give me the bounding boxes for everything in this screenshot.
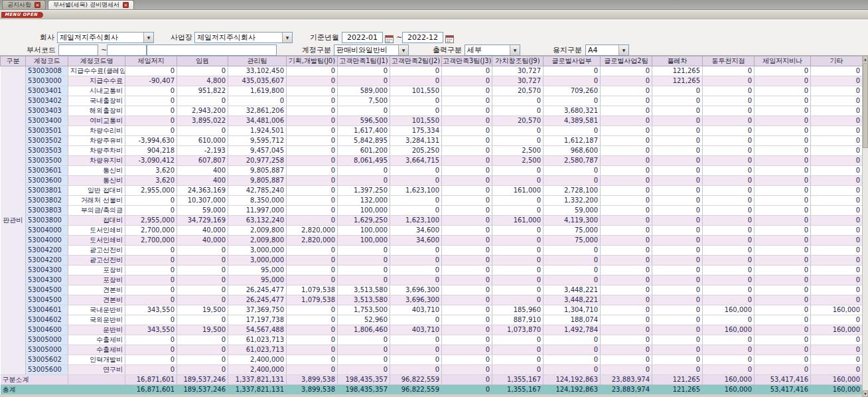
amount-cell[interactable]: 0 [442,285,492,295]
column-header[interactable]: 동두천지점 [703,56,755,66]
amount-cell[interactable]: 0 [390,246,442,256]
amount-cell[interactable]: 0 [601,96,652,106]
amount-cell[interactable]: 2,955,000 [125,186,177,196]
amount-cell[interactable]: 0 [601,315,652,325]
amount-cell[interactable]: 0 [543,96,601,106]
account-code[interactable]: 53005600 [26,365,68,375]
amount-cell[interactable]: 0 [652,305,703,315]
table-row[interactable]: 53005000수출제비0061,023,71300000000000 [1,335,863,345]
amount-cell[interactable]: 0 [125,106,177,116]
account-name[interactable]: 견본비 [68,295,125,305]
amount-cell[interactable]: 1,806,460 [338,325,390,335]
amount-cell[interactable]: 0 [287,106,338,116]
column-header[interactable]: 계정코드명 [68,56,125,66]
amount-cell[interactable]: 4,119,300 [543,216,601,226]
amount-cell[interactable]: 0 [755,345,811,355]
amount-cell[interactable]: 0 [125,66,177,76]
amount-cell[interactable]: 0 [652,345,703,355]
amount-cell[interactable]: 0 [442,345,492,355]
amount-cell[interactable]: 0 [287,176,338,186]
amount-cell[interactable]: 0 [652,126,703,136]
amount-cell[interactable]: 0 [755,335,811,345]
amount-cell[interactable]: 160,000 [811,385,863,395]
amount-cell[interactable]: 0 [492,236,543,246]
amount-cell[interactable]: 0 [492,355,543,365]
amount-cell[interactable]: 400 [177,166,228,176]
account-code[interactable]: 53004300 [26,276,68,285]
amount-cell[interactable]: 34,600 [390,226,442,236]
amount-cell[interactable]: 0 [492,266,543,276]
table-row[interactable]: 53003402국내출장비00007,500000000000 [1,96,863,106]
amount-cell[interactable]: 343,550 [125,325,177,335]
amount-cell[interactable]: 132,000 [338,196,390,206]
amount-cell[interactable]: 2,700,000 [125,236,177,246]
amount-cell[interactable]: 596,500 [338,116,390,126]
amount-cell[interactable]: 0 [601,136,652,146]
amount-cell[interactable]: 3,696,300 [390,295,442,305]
account-name[interactable]: 차량주유비 [68,136,125,146]
amount-cell[interactable]: 0 [177,365,228,375]
amount-cell[interactable]: 0 [543,126,601,136]
close-icon[interactable]: × [35,2,40,8]
amount-cell[interactable]: 0 [811,266,863,276]
amount-cell[interactable]: 607,807 [177,156,228,166]
amount-cell[interactable]: 1,623,100 [390,186,442,196]
table-row[interactable]: 53005000수출제비0061,023,71300000000000 [1,345,863,355]
amount-cell[interactable]: 0 [492,246,543,256]
amount-cell[interactable]: 0 [125,365,177,375]
account-code[interactable]: 53004500 [26,285,68,295]
account-code[interactable]: 53004200 [26,246,68,256]
amount-cell[interactable]: 95,000 [228,276,287,285]
column-header[interactable]: 기획,개발팀(J0) [287,56,338,66]
amount-cell[interactable]: 0 [811,146,863,156]
table-row[interactable]: 53003801일반 접대비2,955,00024,363,16942,785,… [1,186,863,196]
amount-cell[interactable]: 0 [125,266,177,276]
amount-cell[interactable]: 52,960 [338,315,390,325]
amount-cell[interactable]: 19,500 [177,325,228,335]
amount-cell[interactable]: 0 [811,226,863,236]
amount-cell[interactable]: 0 [601,196,652,206]
amount-cell[interactable]: 0 [390,196,442,206]
account-code[interactable]: 53004602 [26,315,68,325]
amount-cell[interactable]: 0 [601,276,652,285]
account-name[interactable]: 접대비 [68,216,125,226]
amount-cell[interactable]: 0 [177,285,228,295]
account-name[interactable]: 도서인쇄비 [68,226,125,236]
account-code[interactable]: 53003008 [26,66,68,76]
table-row[interactable]: 53003400여비교통비03,895,02234,481,0060596,50… [1,116,863,126]
amount-cell[interactable]: 0 [755,176,811,186]
amount-cell[interactable]: 0 [652,226,703,236]
amount-cell[interactable]: 0 [811,106,863,116]
amount-cell[interactable]: 0 [755,66,811,76]
amount-cell[interactable]: 0 [543,176,601,186]
amount-cell[interactable]: 0 [442,106,492,116]
amount-cell[interactable]: 0 [652,176,703,186]
column-header[interactable]: 계정코드 [26,56,68,66]
amount-cell[interactable]: 26,245,477 [228,285,287,295]
amount-cell[interactable]: 0 [442,305,492,315]
amount-cell[interactable]: 0 [601,285,652,295]
account-name[interactable]: 차량주차비 [68,146,125,156]
amount-cell[interactable]: 0 [811,335,863,345]
amount-cell[interactable]: 0 [811,126,863,136]
output-type-select[interactable]: 세부 ▼ [465,44,520,56]
amount-cell[interactable]: 30,727 [492,66,543,76]
calendar-icon[interactable] [385,33,394,42]
table-row[interactable]: 53004600운반비343,55019,50054,567,48801,806… [1,325,863,335]
amount-cell[interactable]: 0 [703,285,755,295]
amount-cell[interactable]: 1,623,100 [390,216,442,226]
amount-cell[interactable]: 0 [601,176,652,186]
amount-cell[interactable]: 0 [442,96,492,106]
account-name[interactable]: 지급수수료 [68,76,125,86]
amount-cell[interactable]: 0 [125,126,177,136]
amount-cell[interactable]: 3,899,538 [287,385,338,395]
amount-cell[interactable]: 2,728,100 [543,186,601,196]
table-row[interactable]: 53003000지급수수료-90,4074,800435,035,6070000… [1,76,863,86]
amount-cell[interactable]: -90,407 [125,76,177,86]
amount-cell[interactable]: 968,600 [543,146,601,156]
table-row[interactable]: 53003601통신비3,6204009,805,88700000000000 [1,166,863,176]
amount-cell[interactable]: 0 [755,206,811,216]
amount-cell[interactable]: 0 [811,216,863,226]
period-from-input[interactable] [342,32,383,43]
account-code[interactable]: 53003803 [26,206,68,216]
